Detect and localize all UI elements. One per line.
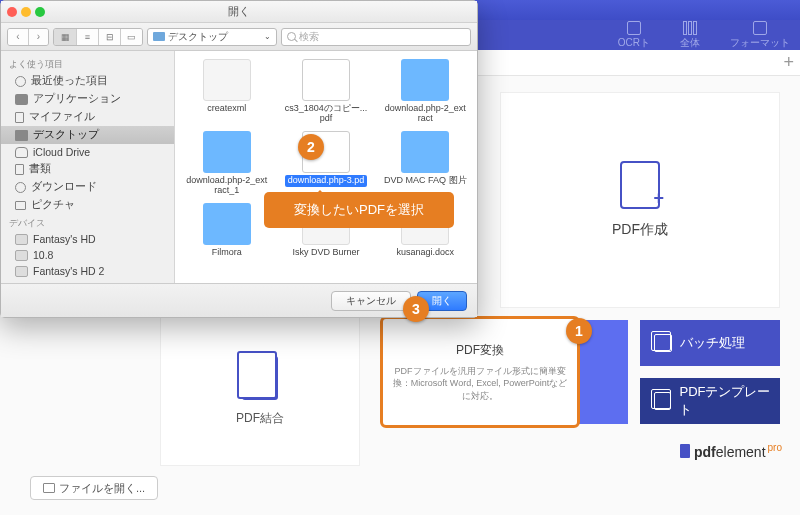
app-icon [203, 59, 251, 101]
sidebar-item-hd2[interactable]: 10.8 [1, 247, 174, 263]
sidebar: よく使う項目 最近使った項目 アプリケーション マイファイル デスクトップ iC… [1, 51, 175, 283]
pdf-convert-tooltip[interactable]: PDF変換 PDFファイルを汎用ファイル形式に簡単変換：Microsoft Wo… [380, 316, 580, 428]
hd-icon [15, 234, 28, 245]
toolbar-format[interactable]: フォーマット [730, 21, 790, 50]
folder-icon [153, 32, 165, 41]
file-name: cs3_1804のコピー...pdf [281, 103, 371, 125]
document-plus-icon [620, 161, 660, 209]
annotation-badge-3: 3 [403, 296, 429, 322]
file-item[interactable]: download.php-2_extract_1 [179, 129, 274, 199]
document-icon [15, 164, 24, 175]
clock-icon [15, 76, 26, 87]
file-name: createxml [204, 103, 249, 115]
sidebar-item-icloud[interactable]: iCloud Drive [1, 144, 174, 160]
template-icon [654, 392, 671, 410]
open-file-button[interactable]: ファイルを開く... [30, 476, 158, 500]
brand-mark-icon [680, 444, 690, 458]
view-list-button[interactable]: ≡ [76, 29, 98, 45]
nav-back-button[interactable]: ‹ [8, 29, 28, 45]
sidebar-group-favorites: よく使う項目 [1, 55, 174, 72]
columns-icon [683, 21, 697, 35]
pdf-create-label: PDF作成 [612, 221, 668, 239]
folder-icon [401, 131, 449, 173]
dialog-title: 開く [228, 4, 250, 19]
download-icon [15, 182, 26, 193]
location-dropdown[interactable]: デスクトップ ⌄ [147, 28, 277, 46]
pdf-create-card[interactable]: PDF作成 [500, 92, 780, 308]
view-switcher: ▦ ≡ ⊟ ▭ [53, 28, 143, 46]
add-button[interactable]: + [783, 52, 794, 73]
file-name: download.php-2_extract [380, 103, 470, 125]
file-browser: createxmlcs3_1804のコピー...pdfdownload.php-… [175, 51, 477, 283]
batch-label: バッチ処理 [680, 334, 745, 352]
sidebar-group-devices: デバイス [1, 214, 174, 231]
pdf-merge-label: PDF結合 [236, 410, 284, 427]
folder-icon [43, 483, 55, 493]
open-file-label: ファイルを開く... [59, 481, 145, 496]
chevron-down-icon: ⌄ [264, 32, 271, 41]
sidebar-item-recent[interactable]: 最近使った項目 [1, 72, 174, 90]
files-icon [15, 112, 24, 123]
toolbar-all[interactable]: 全体 [680, 21, 700, 50]
location-label: デスクトップ [168, 30, 228, 44]
file-item[interactable]: DVD MAC FAQ 图片 [378, 129, 473, 199]
pdf-merge-card[interactable]: PDF結合 [160, 316, 360, 466]
pdf-icon [302, 59, 350, 101]
view-cover-button[interactable]: ▭ [120, 29, 142, 45]
dialog-titlebar: 開く [1, 1, 477, 23]
sidebar-item-desktop[interactable]: デスクトップ [1, 126, 174, 144]
cloud-icon [15, 147, 28, 158]
lock-icon [627, 21, 641, 35]
annotation-badge-2: 2 [298, 134, 324, 160]
format-icon [753, 21, 767, 35]
folder-icon [203, 203, 251, 245]
picture-icon [15, 201, 26, 210]
search-input[interactable]: 検索 [281, 28, 471, 46]
stack-icon [654, 334, 672, 352]
batch-process-button[interactable]: バッチ処理 [640, 320, 780, 366]
open-file-dialog: 開く ‹ › ▦ ≡ ⊟ ▭ デスクトップ ⌄ 検索 よく使う項目 最近使った項… [0, 0, 478, 318]
view-column-button[interactable]: ⊟ [98, 29, 120, 45]
search-icon [287, 32, 296, 41]
dialog-toolbar: ‹ › ▦ ≡ ⊟ ▭ デスクトップ ⌄ 検索 [1, 23, 477, 51]
dialog-close-icon[interactable] [7, 7, 17, 17]
desktop-icon [15, 130, 28, 141]
app-icon [15, 94, 28, 105]
folder-icon [203, 131, 251, 173]
cancel-button[interactable]: キャンセル [331, 291, 411, 311]
sidebar-item-pictures[interactable]: ピクチャ [1, 196, 174, 214]
tooltip-title: PDF変換 [456, 342, 504, 359]
file-name: download.php-2_extract_1 [182, 175, 272, 197]
nav-forward-button[interactable]: › [28, 29, 48, 45]
template-label: PDFテンプレート [679, 383, 780, 419]
sidebar-item-apps[interactable]: アプリケーション [1, 90, 174, 108]
hd-icon [15, 250, 28, 261]
file-item[interactable]: download.php-2_extract [378, 57, 473, 127]
brand-logo: pdfelementpro [680, 442, 782, 460]
hd-icon [15, 266, 28, 277]
pdf-template-button[interactable]: PDFテンプレート [640, 378, 780, 424]
tooltip-desc: PDFファイルを汎用ファイル形式に簡単変換：Microsoft Word, Ex… [391, 365, 569, 403]
file-name: Filmora [209, 247, 245, 259]
toolbar-ocr[interactable]: OCRト [618, 21, 650, 50]
sidebar-item-hd1[interactable]: Fantasy's HD [1, 231, 174, 247]
nav-buttons: ‹ › [7, 28, 49, 46]
sidebar-item-downloads[interactable]: ダウンロード [1, 178, 174, 196]
file-name: DVD MAC FAQ 图片 [381, 175, 470, 187]
documents-icon [242, 356, 278, 400]
dialog-minimize-icon[interactable] [21, 7, 31, 17]
view-icon-button[interactable]: ▦ [54, 29, 76, 45]
sidebar-item-docs[interactable]: 書類 [1, 160, 174, 178]
sidebar-item-hd3[interactable]: Fantasy's HD 2 [1, 263, 174, 279]
file-item[interactable]: createxml [179, 57, 274, 127]
file-item[interactable]: cs3_1804のコピー...pdf [278, 57, 373, 127]
file-name: Isky DVD Burner [289, 247, 362, 259]
search-placeholder: 検索 [299, 30, 319, 44]
annotation-badge-1: 1 [566, 318, 592, 344]
dialog-zoom-icon[interactable] [35, 7, 45, 17]
folder-icon [401, 59, 449, 101]
sidebar-item-myfiles[interactable]: マイファイル [1, 108, 174, 126]
annotation-tooltip: 変換したいPDFを選択 [264, 192, 454, 228]
file-item[interactable]: Filmora [179, 201, 274, 261]
file-name: kusanagi.docx [394, 247, 458, 259]
